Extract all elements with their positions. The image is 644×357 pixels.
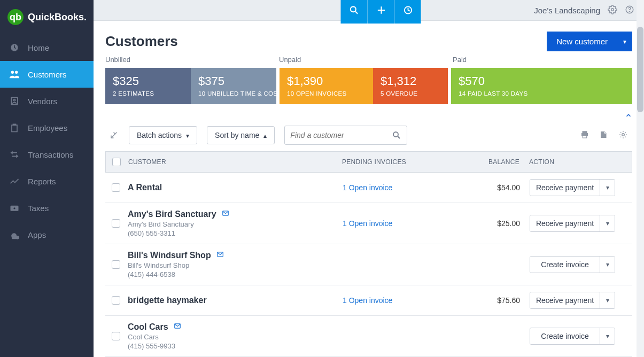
row-checkbox[interactable] — [112, 260, 120, 269]
svg-point-14 — [611, 8, 614, 11]
customer-phone: (415) 444-6538 — [128, 270, 343, 278]
table-row[interactable]: bridgette haymaker1 Open invoice$75.60Re… — [105, 285, 632, 316]
top-action-group — [341, 0, 421, 24]
unbilled-time-sub: 10 UNBILLED TIME & COST — [198, 90, 269, 97]
scrollbar-thumb[interactable] — [637, 27, 643, 112]
import-icon[interactable] — [110, 130, 119, 141]
moneybar-label-unbilled: Unbilled — [105, 56, 279, 64]
sidebar-item-transactions[interactable]: Transactions — [0, 141, 94, 168]
home-icon — [9, 42, 20, 53]
sidebar: qb QuickBooks. HomeCustomersVendorsEmplo… — [0, 0, 94, 357]
brand-name: QuickBooks. — [28, 12, 87, 23]
row-action-caret[interactable] — [600, 328, 615, 344]
help-icon[interactable] — [625, 5, 634, 16]
column-balance[interactable]: BALANCE — [470, 158, 529, 166]
moneybar-open-invoices[interactable]: $1,390 10 OPEN INVOICES — [280, 68, 373, 104]
row-action-caret[interactable] — [600, 180, 615, 196]
sort-button[interactable]: Sort by name — [207, 126, 275, 144]
sidebar-item-label: Home — [28, 43, 49, 52]
settings-icon[interactable] — [618, 130, 628, 141]
vendors-icon — [9, 95, 20, 107]
mail-icon[interactable] — [215, 251, 225, 260]
main-area: Joe's Landscaping Customers New customer… — [94, 0, 644, 357]
row-action-caret[interactable] — [600, 257, 615, 273]
batch-actions-label: Batch actions — [137, 131, 182, 139]
moneybar-overdue[interactable]: $1,312 5 OVERDUE — [373, 68, 448, 104]
customer-search-input[interactable] — [290, 131, 392, 139]
table-row[interactable]: Amy's Bird Sanctuary Amy's Bird Sanctuar… — [105, 203, 632, 244]
moneybar-paid[interactable]: $570 14 PAID LAST 30 DAYS — [451, 68, 632, 104]
svg-line-19 — [398, 136, 400, 138]
new-customer-button[interactable]: New customer — [547, 32, 617, 51]
page-title: Customers — [105, 33, 178, 50]
row-action-button[interactable]: Receive payment — [530, 180, 600, 196]
moneybar-label-paid: Paid — [453, 56, 632, 64]
customer-phone: (650) 555-3311 — [128, 229, 343, 237]
new-customer-caret[interactable] — [617, 32, 632, 51]
customer-name: A Rental — [128, 183, 343, 192]
row-action-caret[interactable] — [600, 292, 615, 308]
caret-up-icon — [263, 131, 267, 139]
balance-value: $54.00 — [471, 183, 530, 192]
export-icon[interactable] — [599, 130, 609, 141]
pending-invoice-link[interactable]: 1 Open invoice — [343, 219, 392, 228]
mail-icon[interactable] — [173, 322, 182, 332]
overdue-amount: $1,312 — [381, 74, 440, 88]
select-all-checkbox[interactable] — [112, 158, 121, 166]
sort-label: Sort by name — [215, 131, 259, 139]
customer-search-box[interactable] — [284, 126, 407, 145]
gear-icon[interactable] — [608, 5, 617, 16]
row-action-button[interactable]: Create invoice — [530, 328, 600, 344]
pending-invoice-link[interactable]: 1 Open invoice — [343, 296, 392, 305]
open-invoices-amount: $1,390 — [287, 74, 366, 88]
svg-point-18 — [393, 132, 398, 137]
collapse-moneybar-button[interactable] — [625, 112, 632, 121]
row-action-caret[interactable] — [600, 215, 615, 231]
sidebar-item-home[interactable]: Home — [0, 34, 94, 61]
sidebar-item-vendors[interactable]: Vendors — [0, 88, 94, 114]
row-checkbox[interactable] — [112, 219, 120, 228]
row-action-button[interactable]: Receive payment — [530, 292, 600, 308]
row-checkbox[interactable] — [112, 296, 120, 305]
sidebar-item-label: Customers — [28, 70, 67, 79]
global-recent-button[interactable] — [394, 0, 421, 24]
global-search-button[interactable] — [341, 0, 368, 24]
sidebar-item-customers[interactable]: Customers — [0, 61, 94, 88]
mail-icon[interactable] — [221, 209, 230, 219]
svg-line-17 — [111, 134, 115, 138]
sidebar-item-apps[interactable]: Apps — [0, 221, 94, 248]
row-action-button[interactable]: Create invoice — [530, 257, 600, 273]
scrollbar-track[interactable] — [637, 0, 644, 357]
sidebar-item-taxes[interactable]: Taxes — [0, 195, 94, 221]
svg-point-4 — [13, 99, 15, 101]
sidebar-item-employees[interactable]: Employees — [0, 114, 94, 141]
customer-phone: (415) 555-9933 — [128, 342, 343, 350]
global-create-button[interactable] — [368, 0, 394, 24]
pending-invoice-link[interactable]: 1 Open invoice — [343, 183, 392, 192]
sidebar-item-label: Taxes — [28, 204, 49, 213]
sidebar-item-reports[interactable]: Reports — [0, 168, 94, 195]
row-checkbox[interactable] — [112, 183, 120, 192]
row-action-button[interactable]: Receive payment — [530, 215, 600, 231]
customer-name: Cool Cars — [128, 322, 343, 332]
column-customer[interactable]: CUSTOMER — [128, 158, 342, 166]
column-pending[interactable]: PENDING INVOICES — [342, 158, 470, 166]
table-row[interactable]: Bill's Windsurf Shop Bill's Windsurf Sho… — [105, 244, 632, 285]
table-row[interactable]: Cool Cars Cool Cars(415) 555-9933Create … — [105, 316, 632, 357]
open-invoices-sub: 10 OPEN INVOICES — [287, 90, 366, 97]
svg-point-16 — [629, 11, 630, 12]
moneybar-estimates[interactable]: $325 2 ESTIMATES — [105, 68, 191, 104]
batch-actions-button[interactable]: Batch actions — [129, 126, 197, 144]
row-checkbox[interactable] — [112, 332, 120, 340]
estimates-sub: 2 ESTIMATES — [113, 90, 183, 97]
table-row[interactable]: A Rental1 Open invoice$54.00Receive paym… — [105, 173, 632, 203]
unbilled-time-amount: $375 — [198, 74, 269, 88]
table-header: CUSTOMER PENDING INVOICES BALANCE ACTION — [105, 151, 632, 173]
customer-subname: Bill's Windsurf Shop — [128, 261, 343, 269]
balance-value: $75.60 — [471, 296, 530, 305]
search-icon — [392, 130, 401, 140]
customer-subname: Cool Cars — [128, 333, 343, 341]
taxes-icon — [9, 202, 20, 214]
moneybar-unbilled-time[interactable]: $375 10 UNBILLED TIME & COST — [191, 68, 276, 104]
print-icon[interactable] — [580, 130, 589, 141]
